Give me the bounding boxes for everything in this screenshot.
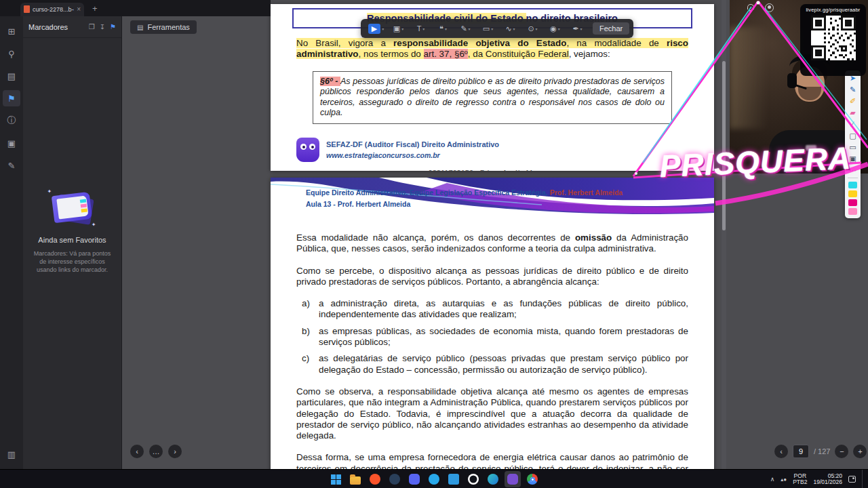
- taskbar-chrome[interactable]: [524, 471, 540, 487]
- import-icon[interactable]: ↧: [100, 23, 105, 30]
- taskbar-edge[interactable]: [485, 471, 501, 487]
- text-segment: omissão: [575, 232, 612, 243]
- comment-tool[interactable]: ❝▾: [432, 21, 454, 36]
- apps-grid-icon[interactable]: ⊞: [3, 23, 20, 39]
- color-swatch[interactable]: [848, 182, 857, 188]
- collapse-pager-button[interactable]: ‹: [774, 445, 788, 458]
- sparkle-icon: ✦: [47, 188, 52, 195]
- eraser-tool[interactable]: ▰: [850, 108, 855, 117]
- screen-annotation-strip: ➤✎✐▰∕▢▭▣⋯: [845, 70, 861, 218]
- shapes-tool[interactable]: ▭▾: [477, 21, 499, 36]
- library-icon[interactable]: ▥: [3, 446, 20, 462]
- signature-tool[interactable]: ✒▾: [566, 21, 589, 36]
- color-swatch[interactable]: [848, 190, 857, 197]
- ruler-tool[interactable]: ∕: [852, 120, 854, 128]
- brand-url: www.estrategiaconcursos.com.br: [326, 151, 499, 159]
- pan-tool-icon: ▶: [368, 24, 380, 34]
- language-indicator[interactable]: POR PTB2: [793, 473, 807, 486]
- attachment-tool[interactable]: ⊙▾: [521, 21, 544, 36]
- empty-description: Marcadores: Vá para pontos de interesse …: [30, 249, 115, 274]
- measure-tool-icon: ∿: [505, 24, 511, 33]
- taskbar-steam[interactable]: [387, 471, 403, 487]
- vertical-scrollbar[interactable]: [722, 0, 726, 469]
- start-button[interactable]: [328, 471, 344, 487]
- pen-tool[interactable]: ✎▾: [454, 21, 477, 36]
- annotation-toolbar: ▶▾▣▾T▾❝▾✎▾▭▾∿▾⊙▾◉▾✒▾ Fechar: [361, 19, 633, 38]
- text-tool[interactable]: T▾: [410, 21, 432, 36]
- pages-icon[interactable]: ▤: [3, 68, 20, 84]
- close-toolbar-button[interactable]: Fechar: [593, 22, 629, 35]
- text-segment: Prof. Herbert Almeida: [550, 188, 623, 197]
- taskbar-clock[interactable]: 05:20 19/01/2026: [813, 473, 842, 486]
- screen: ▤ Ferramentas Responsabilidade civil do …: [0, 0, 868, 488]
- whiteboard-tool[interactable]: ▣: [849, 155, 856, 163]
- more-tools[interactable]: ⋯: [849, 166, 856, 174]
- text-segment: , na modalidade de: [566, 38, 667, 48]
- course-title: SEFAZ-DF (Auditor Fiscal) Direito Admini…: [326, 140, 499, 148]
- stamp-tool[interactable]: ◉▾: [544, 21, 566, 36]
- tab-title: curso-2278...b-completo: [33, 6, 74, 13]
- zoom-in-button[interactable]: +: [853, 445, 867, 458]
- attachments-icon[interactable]: ▣: [3, 135, 20, 151]
- new-tab-button[interactable]: +: [92, 3, 98, 14]
- color-swatch[interactable]: [848, 199, 857, 206]
- panel-expand-icon[interactable]: ❐: [89, 23, 95, 30]
- notification-center-button[interactable]: [848, 476, 856, 483]
- document-tab[interactable]: curso-2278...b-completo ×: [20, 3, 84, 16]
- taskbar-telegram[interactable]: [426, 471, 442, 487]
- tab-close-icon[interactable]: ×: [77, 5, 81, 13]
- bookmarks-icon[interactable]: ⚑: [3, 90, 20, 106]
- snapshot-tool[interactable]: ▣▾: [387, 21, 410, 36]
- pen-tool[interactable]: ✎: [850, 85, 856, 94]
- taskbar-pdf-reader[interactable]: [505, 471, 521, 487]
- color-swatches: [848, 182, 857, 215]
- language-line-2: PTB2: [793, 479, 807, 486]
- measure-tool[interactable]: ∿▾: [499, 21, 521, 36]
- windows-logo: [331, 474, 341, 485]
- color-swatch[interactable]: [848, 208, 857, 215]
- pan-tool[interactable]: ▶▾: [365, 21, 387, 36]
- taskbar-brave-icon: [370, 474, 380, 485]
- text-segment: Aula 13 - Prof. Herbert Almeida: [306, 200, 410, 208]
- tray-icon-2[interactable]: ●: [783, 476, 787, 483]
- taskbar-file-explorer[interactable]: [347, 471, 363, 487]
- notifications-bell-icon[interactable]: [746, 4, 755, 12]
- zoom-out-button[interactable]: −: [835, 445, 848, 458]
- screen-draw-tool[interactable]: ▭: [849, 143, 856, 151]
- taskbar-obs[interactable]: [465, 471, 481, 487]
- tools-panel-chip[interactable]: ▤ Ferramentas: [130, 20, 197, 34]
- shapes-tool[interactable]: ▢: [849, 131, 856, 140]
- taskbar: ∧ ▴● POR PTB2 05:20 19/01/2026: [0, 469, 868, 488]
- annotate-icon[interactable]: ✎: [3, 157, 20, 174]
- chevron-down-icon: ▾: [445, 26, 447, 31]
- pin-bookmark-icon[interactable]: ⚑: [110, 23, 116, 30]
- taskbar-file-explorer-icon: [350, 476, 361, 485]
- show-desktop-button[interactable]: [862, 470, 864, 488]
- pdf-page-2: Equipe Direito Administrativo, Equipe Le…: [271, 178, 714, 469]
- taskbar-apps: [328, 471, 540, 487]
- taskbar-discord[interactable]: [406, 471, 422, 487]
- taskbar-steam-icon: [389, 474, 400, 485]
- more-button[interactable]: …: [149, 445, 163, 458]
- text-segment: Constituição Federal: [486, 49, 569, 59]
- scrollbar-thumb[interactable]: [722, 61, 726, 230]
- highlighter-tool[interactable]: ✐: [850, 97, 856, 105]
- paragraph-3: Como se observa, a responsabilidade obje…: [296, 386, 688, 441]
- tools-chip-label: Ferramentas: [147, 23, 189, 31]
- paragraph-4: Dessa forma, se uma empresa fornecedora …: [296, 452, 688, 469]
- taskbar-brave[interactable]: [367, 471, 383, 487]
- chevron-down-icon: ▾: [536, 26, 538, 31]
- forward-button[interactable]: ›: [168, 445, 182, 458]
- taskbar-vscode[interactable]: [446, 471, 462, 487]
- chevron-down-icon: ▾: [382, 26, 384, 31]
- account-avatar[interactable]: [765, 3, 774, 12]
- taskbar-telegram-icon: [429, 474, 439, 485]
- search-icon[interactable]: ⚲: [3, 45, 20, 62]
- tray-chevron-icon[interactable]: ∧: [770, 476, 775, 483]
- donation-panel: livepix.gg/prisqueraabr: [800, 4, 866, 76]
- chevron-down-icon: ▾: [469, 26, 471, 31]
- page-number-input[interactable]: 9: [793, 445, 809, 458]
- info-icon[interactable]: ⓘ: [3, 113, 20, 129]
- back-button[interactable]: ‹: [130, 445, 144, 458]
- stamp-tool-icon: ◉: [550, 24, 557, 33]
